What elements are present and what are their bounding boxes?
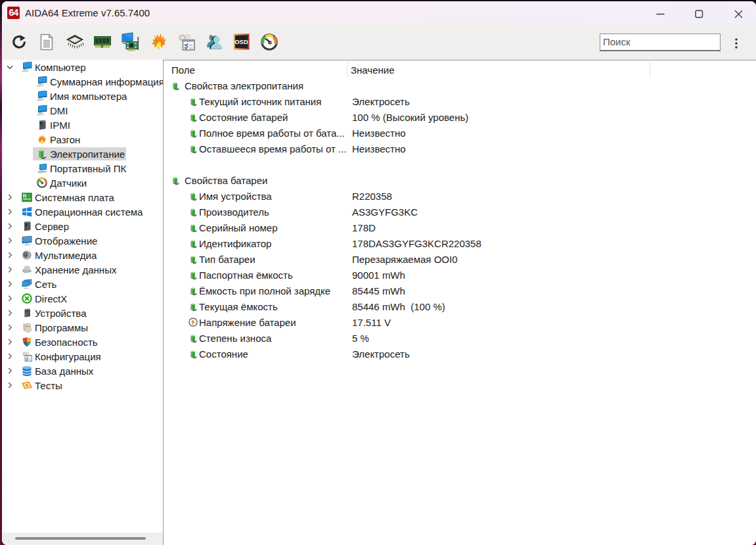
svg-text:OSD: OSD — [234, 38, 248, 45]
